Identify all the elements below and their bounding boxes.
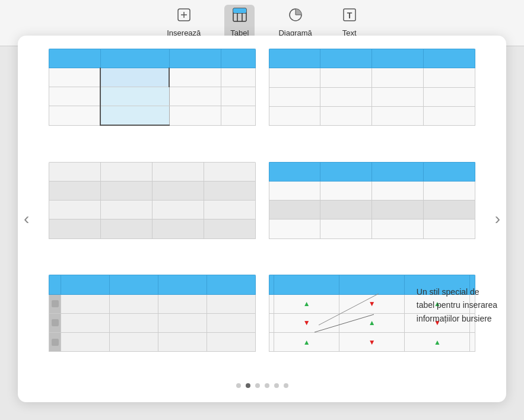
dot-5[interactable]: [274, 383, 279, 388]
toolbar-text[interactable]: T Text: [336, 5, 363, 40]
toolbar-diagram[interactable]: Diagramă: [272, 5, 317, 40]
table-style-2[interactable]: [268, 47, 477, 150]
callout-line3: informațiilor bursiere: [417, 314, 492, 323]
diagram-icon: [288, 7, 303, 26]
dot-1[interactable]: [236, 383, 241, 388]
dot-3[interactable]: [255, 383, 260, 388]
table-style-1[interactable]: [47, 47, 257, 150]
table-style-grid: ▲ ▼ ▲ ▼ ▲ ▼ ▲ ▼ ▲: [47, 47, 477, 376]
callout-line2: tabel pentru inserarea: [417, 300, 497, 310]
text-toolbar-icon: T: [342, 7, 357, 26]
prev-arrow[interactable]: ‹: [24, 209, 29, 228]
dot-6[interactable]: [284, 383, 288, 388]
dot-4[interactable]: [265, 383, 269, 388]
table-icon: [232, 7, 247, 26]
callout-line1: Un stil special de: [417, 287, 479, 297]
insert-icon: [176, 7, 192, 26]
table-style-5[interactable]: [47, 273, 257, 376]
table-picker-panel: ‹ ›: [18, 36, 506, 402]
pagination-dots: [236, 383, 288, 388]
table-style-3[interactable]: [47, 161, 257, 263]
toolbar-table[interactable]: Tabel: [224, 5, 255, 40]
svg-text:T: T: [347, 11, 352, 20]
next-arrow[interactable]: ›: [495, 209, 500, 228]
svg-rect-7: [233, 8, 246, 13]
toolbar-insert[interactable]: Inserează: [161, 5, 207, 40]
callout-text: Un stil special de tabel pentru inserare…: [417, 285, 497, 325]
dot-2[interactable]: [246, 383, 250, 388]
table-style-4[interactable]: [268, 161, 477, 263]
